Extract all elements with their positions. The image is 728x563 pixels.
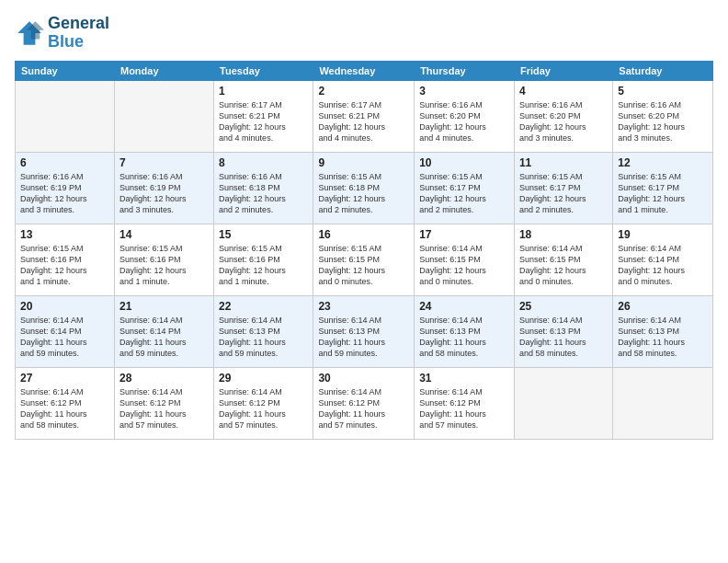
- day-info: Sunrise: 6:15 AM Sunset: 6:18 PM Dayligh…: [318, 171, 409, 216]
- day-number: 3: [419, 85, 509, 98]
- page: General Blue SundayMondayTuesdayWednesda…: [0, 0, 728, 563]
- day-info: Sunrise: 6:16 AM Sunset: 6:18 PM Dayligh…: [219, 171, 308, 216]
- calendar-table: SundayMondayTuesdayWednesdayThursdayFrid…: [15, 61, 713, 440]
- calendar-cell: 31Sunrise: 6:14 AM Sunset: 6:12 PM Dayli…: [415, 367, 515, 439]
- day-number: 7: [119, 156, 209, 169]
- day-info: Sunrise: 6:14 AM Sunset: 6:13 PM Dayligh…: [219, 315, 308, 360]
- calendar-cell: 11Sunrise: 6:15 AM Sunset: 6:17 PM Dayli…: [514, 152, 612, 224]
- calendar-cell: [514, 367, 612, 439]
- day-info: Sunrise: 6:14 AM Sunset: 6:12 PM Dayligh…: [219, 386, 308, 431]
- weekday-monday: Monday: [114, 61, 213, 80]
- weekday-thursday: Thursday: [415, 61, 515, 80]
- day-number: 24: [419, 300, 509, 313]
- day-number: 11: [519, 156, 608, 169]
- day-info: Sunrise: 6:14 AM Sunset: 6:13 PM Dayligh…: [419, 315, 509, 360]
- calendar-cell: 21Sunrise: 6:14 AM Sunset: 6:14 PM Dayli…: [114, 295, 213, 367]
- day-info: Sunrise: 6:15 AM Sunset: 6:16 PM Dayligh…: [119, 243, 209, 288]
- calendar-cell: 17Sunrise: 6:14 AM Sunset: 6:15 PM Dayli…: [415, 224, 515, 295]
- day-number: 9: [318, 156, 409, 169]
- day-info: Sunrise: 6:14 AM Sunset: 6:12 PM Dayligh…: [20, 386, 109, 431]
- calendar-cell: 8Sunrise: 6:16 AM Sunset: 6:18 PM Daylig…: [214, 152, 313, 224]
- calendar-cell: 20Sunrise: 6:14 AM Sunset: 6:14 PM Dayli…: [16, 295, 115, 367]
- day-number: 2: [318, 85, 409, 98]
- day-info: Sunrise: 6:14 AM Sunset: 6:13 PM Dayligh…: [318, 315, 409, 360]
- day-number: 15: [219, 228, 308, 241]
- calendar-cell: 16Sunrise: 6:15 AM Sunset: 6:15 PM Dayli…: [313, 224, 415, 295]
- day-number: 5: [618, 85, 708, 98]
- day-info: Sunrise: 6:17 AM Sunset: 6:21 PM Dayligh…: [219, 99, 308, 144]
- calendar-cell: 7Sunrise: 6:16 AM Sunset: 6:19 PM Daylig…: [114, 152, 213, 224]
- day-info: Sunrise: 6:14 AM Sunset: 6:12 PM Dayligh…: [119, 386, 209, 431]
- calendar-cell: [16, 80, 115, 152]
- calendar-cell: 18Sunrise: 6:14 AM Sunset: 6:15 PM Dayli…: [514, 224, 612, 295]
- calendar-row-0: 1Sunrise: 6:17 AM Sunset: 6:21 PM Daylig…: [16, 80, 713, 152]
- calendar-cell: 13Sunrise: 6:15 AM Sunset: 6:16 PM Dayli…: [16, 224, 115, 295]
- day-number: 31: [419, 372, 509, 385]
- calendar-cell: 25Sunrise: 6:14 AM Sunset: 6:13 PM Dayli…: [514, 295, 612, 367]
- calendar-cell: 15Sunrise: 6:15 AM Sunset: 6:16 PM Dayli…: [214, 224, 313, 295]
- day-info: Sunrise: 6:17 AM Sunset: 6:21 PM Dayligh…: [318, 99, 409, 144]
- day-info: Sunrise: 6:15 AM Sunset: 6:15 PM Dayligh…: [318, 243, 409, 288]
- day-info: Sunrise: 6:16 AM Sunset: 6:20 PM Dayligh…: [618, 99, 708, 144]
- calendar-row-2: 13Sunrise: 6:15 AM Sunset: 6:16 PM Dayli…: [16, 224, 713, 295]
- day-info: Sunrise: 6:16 AM Sunset: 6:20 PM Dayligh…: [419, 99, 509, 144]
- calendar-cell: 29Sunrise: 6:14 AM Sunset: 6:12 PM Dayli…: [214, 367, 313, 439]
- day-info: Sunrise: 6:14 AM Sunset: 6:14 PM Dayligh…: [119, 315, 209, 360]
- day-number: 19: [618, 228, 708, 241]
- calendar-cell: [613, 367, 713, 439]
- day-number: 28: [119, 372, 209, 385]
- calendar-cell: 2Sunrise: 6:17 AM Sunset: 6:21 PM Daylig…: [313, 80, 415, 152]
- day-info: Sunrise: 6:14 AM Sunset: 6:15 PM Dayligh…: [419, 243, 509, 288]
- day-info: Sunrise: 6:14 AM Sunset: 6:12 PM Dayligh…: [318, 386, 409, 431]
- logo-text: General Blue: [48, 15, 109, 52]
- calendar-cell: 30Sunrise: 6:14 AM Sunset: 6:12 PM Dayli…: [313, 367, 415, 439]
- calendar-cell: 6Sunrise: 6:16 AM Sunset: 6:19 PM Daylig…: [16, 152, 115, 224]
- calendar-row-4: 27Sunrise: 6:14 AM Sunset: 6:12 PM Dayli…: [16, 367, 713, 439]
- day-number: 4: [519, 85, 608, 98]
- day-number: 20: [20, 300, 109, 313]
- calendar-cell: 10Sunrise: 6:15 AM Sunset: 6:17 PM Dayli…: [415, 152, 515, 224]
- calendar-cell: 24Sunrise: 6:14 AM Sunset: 6:13 PM Dayli…: [415, 295, 515, 367]
- day-info: Sunrise: 6:14 AM Sunset: 6:12 PM Dayligh…: [419, 386, 509, 431]
- logo-icon: [15, 18, 44, 48]
- day-info: Sunrise: 6:16 AM Sunset: 6:19 PM Dayligh…: [119, 171, 209, 216]
- day-number: 27: [20, 372, 109, 385]
- weekday-friday: Friday: [514, 61, 612, 80]
- day-info: Sunrise: 6:15 AM Sunset: 6:17 PM Dayligh…: [519, 171, 608, 216]
- logo-line1: General: [48, 15, 109, 33]
- day-info: Sunrise: 6:16 AM Sunset: 6:20 PM Dayligh…: [519, 99, 608, 144]
- logo-line2: Blue: [48, 32, 84, 51]
- calendar-cell: 19Sunrise: 6:14 AM Sunset: 6:14 PM Dayli…: [613, 224, 713, 295]
- day-info: Sunrise: 6:15 AM Sunset: 6:16 PM Dayligh…: [20, 243, 109, 288]
- calendar-cell: 3Sunrise: 6:16 AM Sunset: 6:20 PM Daylig…: [415, 80, 515, 152]
- day-number: 22: [219, 300, 308, 313]
- day-number: 1: [219, 85, 308, 98]
- calendar-cell: [114, 80, 213, 152]
- calendar-cell: 14Sunrise: 6:15 AM Sunset: 6:16 PM Dayli…: [114, 224, 213, 295]
- day-info: Sunrise: 6:14 AM Sunset: 6:13 PM Dayligh…: [618, 315, 708, 360]
- day-number: 25: [519, 300, 608, 313]
- day-number: 23: [318, 300, 409, 313]
- calendar-cell: 1Sunrise: 6:17 AM Sunset: 6:21 PM Daylig…: [214, 80, 313, 152]
- calendar-cell: 23Sunrise: 6:14 AM Sunset: 6:13 PM Dayli…: [313, 295, 415, 367]
- weekday-saturday: Saturday: [613, 61, 713, 80]
- day-number: 29: [219, 372, 308, 385]
- calendar-cell: 5Sunrise: 6:16 AM Sunset: 6:20 PM Daylig…: [613, 80, 713, 152]
- day-number: 21: [119, 300, 209, 313]
- logo: General Blue: [15, 15, 109, 52]
- calendar-cell: 22Sunrise: 6:14 AM Sunset: 6:13 PM Dayli…: [214, 295, 313, 367]
- calendar-row-3: 20Sunrise: 6:14 AM Sunset: 6:14 PM Dayli…: [16, 295, 713, 367]
- calendar-cell: 4Sunrise: 6:16 AM Sunset: 6:20 PM Daylig…: [514, 80, 612, 152]
- header: General Blue: [15, 15, 713, 52]
- day-number: 12: [618, 156, 708, 169]
- calendar-cell: 28Sunrise: 6:14 AM Sunset: 6:12 PM Dayli…: [114, 367, 213, 439]
- day-info: Sunrise: 6:15 AM Sunset: 6:16 PM Dayligh…: [219, 243, 308, 288]
- day-number: 13: [20, 228, 109, 241]
- day-number: 16: [318, 228, 409, 241]
- weekday-wednesday: Wednesday: [313, 61, 415, 80]
- day-number: 8: [219, 156, 308, 169]
- day-info: Sunrise: 6:14 AM Sunset: 6:15 PM Dayligh…: [519, 243, 608, 288]
- weekday-header-row: SundayMondayTuesdayWednesdayThursdayFrid…: [16, 61, 713, 80]
- day-number: 18: [519, 228, 608, 241]
- weekday-sunday: Sunday: [16, 61, 115, 80]
